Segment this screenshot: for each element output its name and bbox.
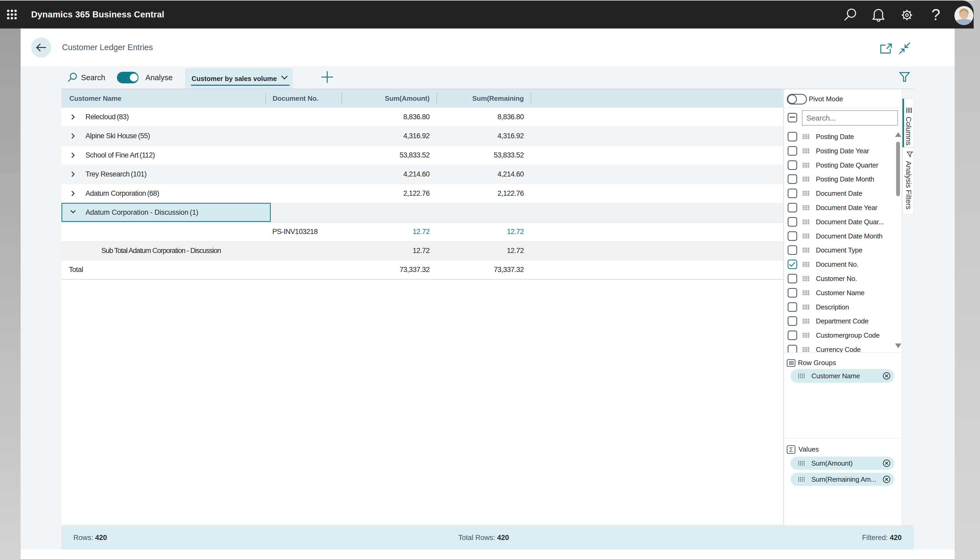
svg-text:Σ: Σ (789, 446, 793, 453)
svg-text:?: ? (932, 6, 940, 23)
